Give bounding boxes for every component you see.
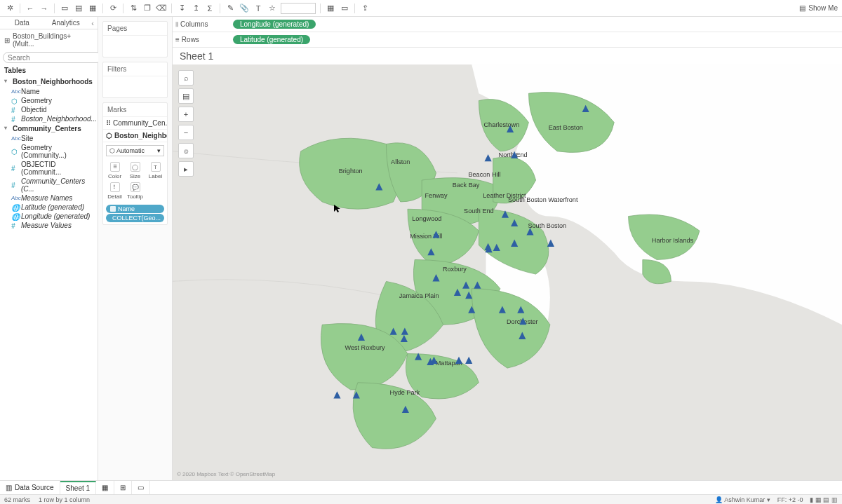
sheet-tab[interactable]: Sheet 1: [60, 481, 96, 494]
chevron-down-icon: ▾: [157, 147, 161, 154]
present-icon[interactable]: ▦: [325, 3, 336, 14]
data-panel: Data Analytics ‹ ⊞ Boston_Buildings+ (Mu…: [0, 17, 98, 480]
new-story-icon[interactable]: ▭: [132, 481, 150, 494]
totals-icon[interactable]: Σ: [204, 3, 215, 14]
filters-shelf[interactable]: Filters: [102, 62, 168, 98]
rows-shelf[interactable]: ≡Rows Latitude (generated): [173, 32, 842, 48]
mark-pill[interactable]: Name: [106, 205, 164, 213]
marks-layer[interactable]: ⬡Boston_Neighbo...: [103, 130, 167, 142]
rows-pill[interactable]: Latitude (generated): [233, 35, 310, 44]
search-map-icon[interactable]: ⌕: [178, 70, 194, 86]
basemap-svg: BrightonAllstonFenwayBack BayBeacon Hill…: [173, 64, 842, 480]
home-icon[interactable]: ⌾: [178, 143, 194, 158]
forward-icon[interactable]: →: [39, 3, 50, 14]
columns-shelf[interactable]: ⦀Columns Longitude (generated): [173, 17, 842, 32]
status-bar: 62 marks 1 row by 1 column 👤 Ashwin Kuma…: [0, 494, 842, 504]
share-icon[interactable]: ⇪: [359, 3, 370, 14]
columns-pill[interactable]: Longitude (generated): [233, 20, 316, 29]
field-item[interactable]: AbcMeasure Names: [1, 193, 96, 203]
hash-icon: #: [11, 107, 18, 114]
mark-tooltip[interactable]: 💬Tooltip: [125, 181, 145, 201]
neighborhood-label: South End: [464, 207, 494, 214]
marks-card: Marks ⠿Community_Cen...⬡Boston_Neighbo..…: [102, 102, 168, 225]
label-icon: T: [151, 162, 161, 172]
refresh-icon[interactable]: ⟳: [107, 3, 119, 14]
layers-icon[interactable]: ▤: [178, 88, 194, 104]
mark-color[interactable]: ⠿Color: [105, 161, 125, 181]
highlight-icon[interactable]: ✎: [225, 3, 236, 14]
neighborhood-label: South Boston Waterfront: [508, 196, 578, 203]
tooltip-icon: 💬: [131, 182, 140, 192]
sort-asc-icon[interactable]: ↧: [176, 3, 187, 14]
zoom-out-icon[interactable]: −: [178, 125, 194, 140]
field-label: OBJECTID (Communit...: [21, 161, 93, 176]
layer-icon: ⬡: [106, 132, 112, 139]
field-item[interactable]: #OBJECTID (Communit...: [1, 160, 96, 177]
field-item[interactable]: #Community_Centers (C...: [1, 177, 96, 193]
mark-size[interactable]: ◯Size: [125, 161, 145, 181]
new-dashboard-icon[interactable]: ⊞: [114, 481, 132, 494]
expand-icon[interactable]: ▸: [178, 161, 194, 177]
back-icon[interactable]: ←: [25, 3, 36, 14]
map-viz[interactable]: ⌕ ▤ + − ⌾ ▸: [173, 64, 842, 480]
map-credit: © 2020 Mapbox Text © OpenStreetMap: [177, 471, 275, 477]
mark-detail[interactable]: ⠇Detail: [105, 181, 125, 201]
fit-selector[interactable]: [281, 3, 316, 14]
dashboard-icon[interactable]: ▭: [339, 3, 350, 14]
hash-icon: #: [11, 182, 18, 189]
tab-data[interactable]: Data: [0, 17, 44, 29]
mark-type-selector[interactable]: ⬡ Automatic▾: [106, 145, 164, 156]
pin-icon[interactable]: ☆: [267, 3, 278, 14]
table-group[interactable]: Boston_Neighborhoods: [1, 76, 96, 87]
neighborhood-label: South Boston: [528, 222, 566, 229]
label-icon[interactable]: T: [253, 3, 264, 14]
field-item[interactable]: #Boston_Neighborhood...: [1, 114, 96, 123]
field-item[interactable]: ⬡Geometry (Community...): [1, 143, 96, 160]
field-label: Geometry: [21, 97, 52, 104]
pill-icon: [110, 206, 116, 212]
neighborhood-label: Charlestown: [484, 121, 520, 128]
save-icon[interactable]: ▭: [59, 3, 70, 14]
pages-shelf[interactable]: Pages: [102, 21, 168, 57]
showme-icon: ▤: [799, 4, 806, 12]
field-item[interactable]: 🌐Longitude (generated): [1, 212, 96, 221]
field-item[interactable]: 🌐Latitude (generated): [1, 203, 96, 212]
datasource-name[interactable]: ⊞ Boston_Buildings+ (Mult...: [0, 29, 98, 50]
neighborhood-label: Allston: [391, 158, 410, 165]
field-label: Name: [21, 88, 40, 95]
tab-analytics[interactable]: Analytics: [44, 17, 88, 29]
field-item[interactable]: ⬡Geometry: [1, 96, 96, 105]
field-item[interactable]: #Measure Values: [1, 221, 96, 230]
status-user[interactable]: 👤 Ashwin Kumar ▾: [715, 496, 770, 503]
field-item[interactable]: AbcSite: [1, 134, 96, 143]
sort-desc-icon[interactable]: ↥: [190, 3, 201, 14]
new-worksheet-icon[interactable]: ▦: [96, 481, 114, 494]
status-view-icons[interactable]: ▮ ▦ ▤ ▥: [810, 496, 838, 503]
datasource-tab[interactable]: ▥ Data Source: [0, 481, 60, 494]
search-input[interactable]: [3, 52, 102, 63]
mark-label[interactable]: TLabel: [145, 161, 166, 181]
sheet-title[interactable]: Sheet 1: [173, 48, 220, 64]
duplicate-icon[interactable]: ❐: [142, 3, 153, 14]
status-marks: 62 marks: [4, 496, 30, 503]
neighborhood-label: Roxbury: [443, 266, 467, 273]
swap-icon[interactable]: ⇅: [128, 3, 139, 14]
field-label: Boston_Neighborhood...: [21, 115, 97, 123]
cursor-icon: [334, 205, 341, 213]
logo-icon[interactable]: ✲: [4, 3, 15, 14]
table-group[interactable]: Community_Centers: [1, 123, 96, 134]
detail-icon: ⠇: [110, 182, 120, 192]
marks-layer[interactable]: ⠿Community_Cen...: [103, 117, 167, 130]
clear-icon[interactable]: ⌫: [156, 3, 167, 14]
new-datasource-icon[interactable]: ▤: [73, 3, 84, 14]
collapse-panel-icon[interactable]: ‹: [88, 17, 98, 29]
group-icon[interactable]: 📎: [239, 3, 250, 14]
field-item[interactable]: AbcName: [1, 87, 96, 96]
show-me-button[interactable]: ▤ Show Me: [799, 4, 838, 12]
geo-icon: ⬡: [11, 148, 18, 155]
mark-pill[interactable]: COLLECT(Geo...: [106, 214, 164, 222]
new-sheet-icon[interactable]: ▦: [87, 3, 98, 14]
neighborhood-label: Longwood: [412, 215, 441, 222]
field-item[interactable]: #Objectid: [1, 105, 96, 114]
zoom-in-icon[interactable]: +: [178, 107, 194, 122]
